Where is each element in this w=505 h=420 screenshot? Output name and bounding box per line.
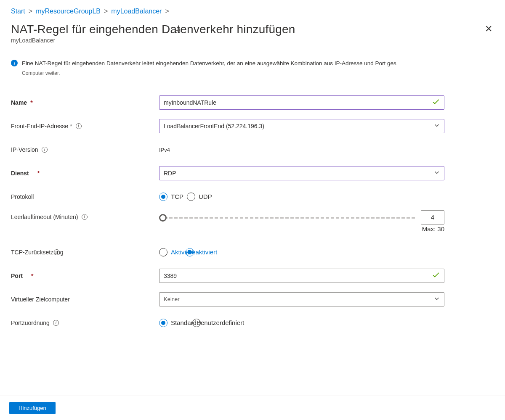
breadcrumb-start[interactable]: Start: [11, 8, 25, 15]
protocol-udp-radio[interactable]: UDP: [187, 193, 215, 201]
ipversion-value: IPv4: [159, 147, 170, 153]
add-button[interactable]: Hinzufügen: [9, 402, 56, 414]
footer: Hinzufügen: [0, 396, 505, 420]
help-icon[interactable]: i: [53, 320, 59, 326]
service-dropdown[interactable]: RDP: [159, 166, 444, 180]
idle-max: Max: 30: [422, 225, 444, 232]
name-label: Name*: [11, 99, 159, 106]
check-icon: [432, 98, 440, 107]
info-text-line2: Computer weiter.: [22, 70, 60, 76]
service-label: Dienst *: [11, 170, 159, 177]
chevron-right-icon: >: [165, 8, 169, 15]
idle-label: Leerlauftimeout (Minuten) i: [11, 210, 159, 220]
chevron-down-icon: [434, 296, 440, 303]
portmap-label: Portzuordnung i: [11, 320, 159, 326]
tcpreset-disabled-radio[interactable]: Deaktiviert: [186, 248, 220, 256]
breadcrumb-resource[interactable]: myLoadBalancer: [111, 8, 162, 15]
close-icon[interactable]: ✕: [483, 23, 494, 35]
ipversion-label: IP-Version i: [11, 146, 159, 153]
chevron-right-icon: >: [104, 8, 108, 15]
chevron-down-icon: [434, 169, 440, 177]
frontend-dropdown[interactable]: LoadBalancerFrontEnd (52.224.196.3): [159, 119, 444, 133]
help-icon[interactable]: i: [42, 147, 48, 153]
slider-thumb-icon[interactable]: [159, 214, 167, 222]
page-title: NAT-Regel für eingehenden Datenverkehr h…: [11, 23, 295, 36]
port-label: Port *: [11, 272, 159, 279]
name-input[interactable]: [159, 95, 444, 110]
info-text-line1: Eine NAT-Regel für eingehenden Datenverk…: [22, 60, 396, 66]
targetvm-dropdown[interactable]: Keiner: [159, 292, 444, 306]
idle-value[interactable]: 4: [421, 210, 444, 225]
help-icon[interactable]: i: [76, 123, 82, 129]
help-icon[interactable]: i: [82, 214, 88, 220]
tcpreset-label: TCP-Zurücksetzung i: [11, 249, 159, 256]
chevron-down-icon: [434, 122, 440, 129]
idle-slider[interactable]: [159, 213, 415, 223]
portmap-custom-radio[interactable]: Benutzerdefiniert: [192, 319, 247, 327]
info-icon: i: [11, 60, 18, 66]
check-icon: [432, 271, 440, 280]
frontend-label: Front-End-IP-Adresse * i: [11, 123, 159, 129]
protocol-label: Protokoll: [11, 193, 159, 200]
chevron-right-icon: >: [29, 8, 32, 15]
protocol-tcp-radio[interactable]: TCP: [159, 193, 186, 201]
form: Name* Front-End-IP-Adresse * i LoadBalan…: [11, 91, 494, 335]
info-bar: i Eine NAT-Regel für eingehenden Datenve…: [11, 59, 494, 78]
port-input[interactable]: [159, 269, 444, 283]
page-subtitle: myLoadBalancer: [11, 37, 295, 44]
breadcrumb-group[interactable]: myResourceGroupLB: [36, 8, 101, 15]
targetvm-label: Virtueller Zielcomputer: [11, 296, 159, 303]
breadcrumb: Start > myResourceGroupLB > myLoadBalanc…: [11, 8, 494, 15]
